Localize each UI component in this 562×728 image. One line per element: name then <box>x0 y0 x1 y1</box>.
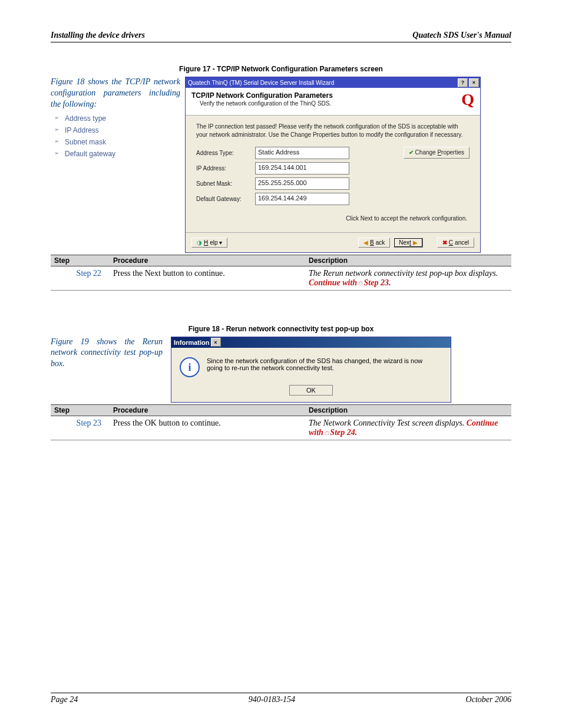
mask-value: 255.255.255.000 <box>255 177 349 190</box>
wizard-msg: The IP connection test passed! Please ve… <box>196 123 470 139</box>
ip-value: 169.254.144.001 <box>255 162 349 174</box>
x-icon: ✖ <box>442 239 447 246</box>
footer-right: October 2006 <box>466 695 511 704</box>
next-button[interactable]: Next ▶ <box>394 238 423 248</box>
step22-procedure: Press the Next button to continue. <box>110 266 305 290</box>
quatech-logo-icon: Q <box>461 90 474 109</box>
info-icon: i <box>180 357 200 377</box>
bullet-item: Address type <box>51 113 180 124</box>
close-icon[interactable]: × <box>469 78 479 87</box>
header-right: Quatech SDS User's Manual <box>412 31 511 40</box>
info-title: Information <box>174 339 210 346</box>
wizard-title: Quatech ThinQ (TM) Serial Device Server … <box>188 80 334 86</box>
figure17-row: Figure 18 shows the TCP/IP network confi… <box>51 77 511 253</box>
info-titlebar: Information × <box>171 337 451 348</box>
footer-left: Page 24 <box>51 695 78 704</box>
step23-desc: The Network Connectivity Test screen dis… <box>309 419 467 427</box>
step22-link[interactable]: Step 22 <box>77 269 101 278</box>
info-msg: Since the network configuration of the S… <box>207 357 440 377</box>
info-body: i Since the network configuration of the… <box>171 348 451 387</box>
bullet-item: Subnet mask <box>51 136 180 148</box>
table-row: Step 22 Press the Next button to continu… <box>51 266 511 290</box>
addr-type-value: Static Address <box>255 147 349 159</box>
wizard-head: TCP/IP Network Configuration Parameters … <box>186 88 480 116</box>
figure17-sidebar: Figure 18 shows the TCP/IP network confi… <box>51 77 185 160</box>
info-dialog: Information × i Since the network config… <box>171 337 451 403</box>
gw-label: Default Gateway: <box>196 195 255 203</box>
figure18-sidebar: Figure 19 shows the Rerun network connec… <box>51 337 167 370</box>
check-icon: ✔ <box>409 149 414 157</box>
figure17-bullet-list: Address type IP Address Subnet mask Defa… <box>51 113 180 160</box>
mask-label: Subnet Mask: <box>196 180 255 188</box>
addr-type-label: Address Type: <box>196 149 255 157</box>
step23-procedure: Press the OK button to continue. <box>110 416 305 440</box>
wizard-window: Quatech ThinQ (TM) Serial Device Server … <box>185 77 481 253</box>
wizard-head-sub: Verify the network configuration of the … <box>200 100 461 107</box>
step22-continue: Continue with □ Step 23. <box>309 278 391 287</box>
footer-center: 940-0183-154 <box>249 695 295 704</box>
lifebuoy-icon: ◑ <box>197 239 202 246</box>
step23-link[interactable]: Step 23 <box>77 419 101 427</box>
gw-value: 169.254.144.249 <box>255 193 349 205</box>
back-button[interactable]: ◀ Back <box>358 238 390 248</box>
th-proc: Procedure <box>110 404 305 416</box>
th-step: Step <box>51 404 110 416</box>
th-desc: Description <box>305 255 511 266</box>
wizard-head-title: TCP/IP Network Configuration Parameters <box>191 91 461 100</box>
wizard-titlebar: Quatech ThinQ (TM) Serial Device Server … <box>186 77 480 88</box>
th-desc: Description <box>305 404 511 416</box>
step22-desc: The Rerun network connectivity test pop-… <box>309 269 498 278</box>
figure18-caption: Figure 18 - Rerun network connectivity t… <box>51 325 511 333</box>
ip-label: IP Address: <box>196 164 255 173</box>
figure18-sidebar-intro: Figure 19 shows the Rerun network connec… <box>51 337 163 368</box>
page-header: Installing the device drivers Quatech SD… <box>51 31 511 42</box>
cancel-button[interactable]: ✖ Cancel <box>437 238 474 248</box>
figure17-sidebar-intro: Figure 18 shows the TCP/IP network confi… <box>51 77 180 108</box>
next-arrow-icon: ▶ <box>413 239 418 246</box>
figure18-row: Figure 19 shows the Rerun network connec… <box>51 337 511 403</box>
bullet-item: Default gateway <box>51 148 180 160</box>
procedure-table-2: Step Procedure Description Step 23 Press… <box>51 404 511 440</box>
bullet-item: IP Address <box>51 124 180 136</box>
back-arrow-icon: ◀ <box>363 239 368 246</box>
wizard-footer: ◑ Help ▾ ◀ Back Next ▶ ✖ Cancel <box>186 232 480 252</box>
header-left: Installing the device drivers <box>51 31 145 40</box>
th-proc: Procedure <box>110 255 305 266</box>
ok-button[interactable]: OK <box>289 385 333 396</box>
help-button[interactable]: ◑ Help ▾ <box>191 238 227 248</box>
page-footer: Page 24 940-0183-154 October 2006 <box>51 693 511 704</box>
wizard-hint: Click Next to accept the network configu… <box>196 215 467 223</box>
help-icon[interactable]: ? <box>458 78 468 87</box>
page: Installing the device drivers Quatech SD… <box>0 0 562 728</box>
figure17-caption: Figure 17 - TCP/IP Network Configuration… <box>51 65 511 73</box>
table-row: Step 23 Press the OK button to continue.… <box>51 416 511 440</box>
th-step: Step <box>51 255 110 266</box>
change-properties-button[interactable]: ✔ Change PropertiesChange Properties <box>404 147 470 159</box>
close-icon[interactable]: × <box>211 338 221 347</box>
procedure-table-1: Step Procedure Description Step 22 Press… <box>51 255 511 291</box>
wizard-body: The IP connection test passed! Please ve… <box>186 116 480 232</box>
